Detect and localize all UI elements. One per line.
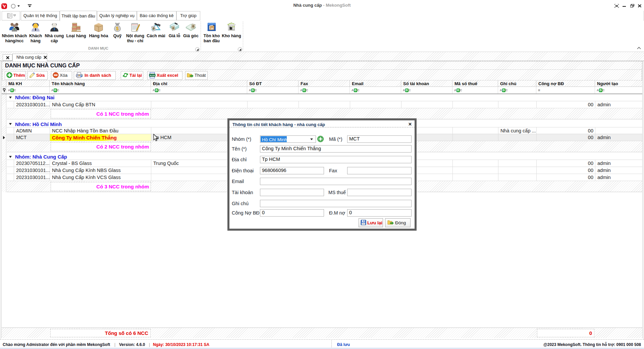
svg-text:XLSX: XLSX — [150, 74, 155, 76]
svg-text:$: $ — [116, 26, 119, 31]
